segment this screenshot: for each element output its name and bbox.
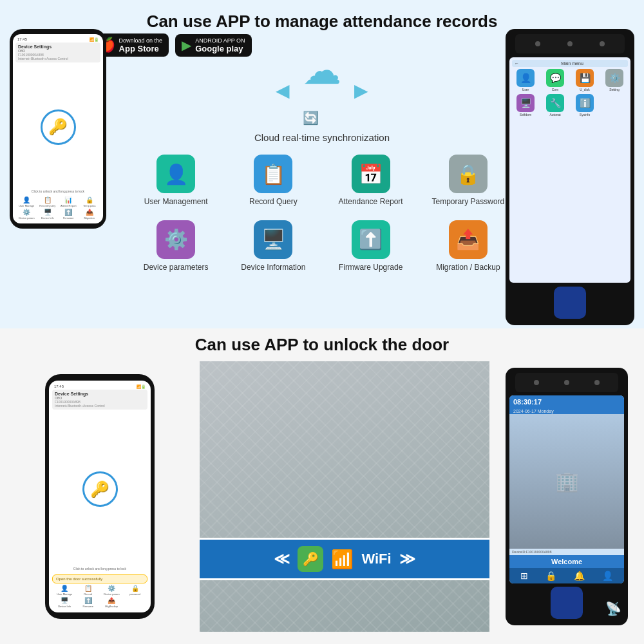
list-item: ℹ️ Sysinfo (571, 94, 598, 117)
feature-icon-box: ⚙️ (156, 220, 195, 259)
list-item: 🔒password (124, 585, 147, 596)
phone-status-bar: 17:45📶🔋 (15, 37, 100, 43)
feature-label: Attendance Report (339, 197, 403, 207)
app-store-text: Download on the App Store (119, 37, 163, 53)
cloud-area: ◀ ☁🔄 ▶ Cloud real-time synchronization (148, 58, 496, 143)
camera-bottom-2 (564, 380, 569, 385)
feature-label: Migration / Backup (436, 263, 500, 273)
menu-grid-icon: ⊞ (520, 571, 528, 581)
feature-item: ⬆️Firmware Upgrade (324, 220, 418, 273)
list-item: 💬 Com (542, 69, 569, 91)
list-item: 📋Record Query (38, 196, 58, 207)
feature-item: 🖥️Device Information (226, 220, 320, 273)
list-item: ⚙️ Setting (601, 69, 628, 91)
phone-key-circle: 🔑 (41, 109, 76, 145)
bottom-middle: ≪ 🔑 📶 WiFi ≫ (200, 361, 489, 632)
list-item: 📋Record (77, 585, 100, 596)
setting-icon: ⚙️ (605, 69, 623, 87)
device-camera-preview: 🏢 (509, 414, 624, 549)
google-play-text: ANDROID APP ON Google play (195, 37, 245, 53)
feature-icon-box: ⬆️ (352, 220, 390, 259)
device-top-bar (515, 34, 624, 53)
arrow-right-icon: ▶ (354, 80, 368, 101)
phone-header-bottom: Device Settings OBO F100190000A898 Inter… (52, 390, 147, 410)
device-icons-grid: 👤 User 💬 Com 💾 U_disk ⚙️ Setting (512, 69, 628, 117)
camera-icon-3 (600, 41, 605, 46)
list-item: ⬆️Firmware (77, 597, 100, 608)
bottom-title: Can use APP to unlock the door (0, 328, 644, 361)
phone-key-area[interactable]: 🔑 (15, 64, 100, 189)
bottom-section: Can use APP to unlock the door 17:45📶🔋 D… (0, 328, 644, 644)
feature-item: 📋Record Query (226, 155, 320, 207)
list-item: 🔒Temp pass (80, 196, 100, 207)
device-fingerprint-btn[interactable] (554, 287, 586, 319)
sysinfo-icon: ℹ️ (576, 94, 594, 112)
cloud-label: Cloud real-time synchronization (254, 132, 390, 143)
device-id: DeviceID:F100190000A898 (509, 549, 624, 555)
device-menu-header: ← Main menu (512, 60, 628, 67)
feature-label: Record Query (249, 197, 298, 207)
play-icon: ▶ (182, 37, 191, 53)
selfdom-icon: 🖥️ (516, 94, 535, 112)
phone-status-bar-bottom: 17:45📶🔋 (52, 384, 147, 390)
bottom-left: 17:45📶🔋 Device Settings OBO F100190000A8… (0, 361, 200, 632)
wifi-banner: ≪ 🔑 📶 WiFi ≫ (200, 538, 489, 580)
list-item: 📤Migration (80, 209, 100, 220)
list-item: 📤MigBackup (100, 597, 123, 608)
list-item: ⚙️Device param (17, 209, 37, 220)
feature-icon-box: 📋 (254, 155, 292, 193)
autonat-icon: 🔧 (546, 94, 564, 112)
feature-item: 🔒Temporary Password (421, 155, 515, 207)
list-item: 📊Attend Report (59, 196, 79, 207)
udisk-icon: 💾 (576, 69, 594, 87)
feature-label: User Management (144, 197, 208, 207)
phone-key-area-bottom[interactable]: 🔑 (52, 412, 147, 567)
arrow-right-double-icon: ≫ (399, 550, 415, 568)
user-icon: 👤 (516, 69, 535, 87)
feature-item: 📤Migration / Backup (421, 220, 515, 273)
com-icon: 💬 (546, 69, 564, 87)
phone-header: Device Settings OBO F100190000A898 Inter… (15, 43, 100, 62)
wifi-symbol-icon: 📶 (331, 549, 354, 570)
cloud-arrows: ◀ ☁🔄 ▶ (276, 52, 368, 129)
wifi-key-icon: 🔑 (298, 546, 323, 572)
phone-shell-top: 17:45📶🔋 Device Settings OBO F100190000A8… (10, 29, 106, 229)
bell-icon: 🔔 (574, 571, 585, 581)
device-time: 08:30:17 (509, 395, 624, 408)
feature-icon-box: 🖥️ (254, 220, 292, 259)
features-grid: 👤User Management📋Record Query📅Attendance… (129, 155, 515, 272)
phone-bottom-screen: 17:45📶🔋 Device Settings OBO F100190000A8… (49, 381, 151, 612)
list-item: ⬆️Firmware (59, 209, 79, 220)
door-background: ≪ 🔑 📶 WiFi ≫ (200, 361, 489, 632)
list-item: 🖥️ Selfdom (512, 94, 539, 117)
list-item: 👤 User (512, 69, 539, 91)
phone-bottom-mock: 17:45📶🔋 Device Settings OBO F100190000A8… (45, 374, 155, 619)
feature-icon-box: 👤 (156, 155, 195, 193)
wifi-text: WiFi (361, 551, 391, 567)
phone-unlock-text-bottom: Click to unlock and long press to lock (52, 567, 147, 571)
list-item: 🖥️Device Info (38, 209, 58, 220)
google-play-button[interactable]: ▶ ANDROID APP ON Google play (175, 34, 251, 57)
camera-bottom-1 (534, 380, 539, 385)
arrow-left-icon: ◀ (276, 80, 290, 101)
feature-label: Device Information (241, 263, 305, 273)
device-bottom-mock: 08:30:17 2024-06-17 Monday 🏢 DeviceID:F1… (506, 368, 628, 625)
feature-item: 👤User Management (129, 155, 223, 207)
user-icon-bottom: 👤 (602, 571, 613, 581)
device-bottom-screen: 08:30:17 2024-06-17 Monday 🏢 DeviceID:F1… (509, 395, 624, 583)
arrow-left-double-icon: ≪ (274, 550, 290, 568)
list-item: 🖥️Device Info (53, 597, 76, 608)
feature-icon-box: 📅 (352, 155, 390, 193)
device-welcome: Welcome (509, 555, 624, 568)
device-fingerprint-btn-bottom[interactable] (551, 587, 583, 619)
toast-success: Open the door successfully (52, 574, 147, 583)
device-date: 2024-06-17 Monday (509, 408, 624, 414)
feature-label: Temporary Password (432, 197, 505, 207)
device-bottom-icons-row: ⊞ 🔒 🔔 👤 (509, 568, 624, 583)
device-top-right: ← Main menu 👤 User 💬 Com 💾 U_di (506, 29, 634, 325)
phone-bottom-icons-2: 👤User Manage 📋Record ⚙️Device param 🔒pas… (52, 583, 147, 609)
device-shell-top: ← Main menu 👤 User 💬 Com 💾 U_di (506, 29, 634, 325)
camera-icon (535, 41, 540, 46)
top-section: Can use APP to manage attendance records… (0, 0, 644, 328)
list-item: ⚙️Device param (100, 585, 123, 596)
